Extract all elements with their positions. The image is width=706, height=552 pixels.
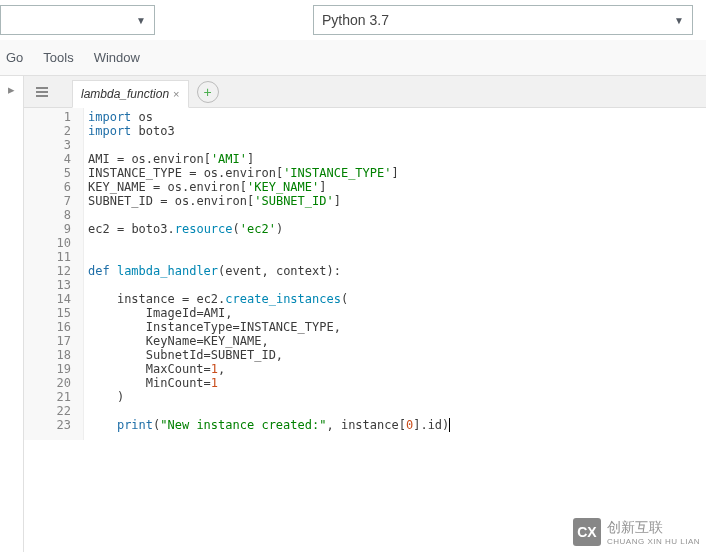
code-line: KEY_NAME = os.environ['KEY_NAME'] (88, 180, 706, 194)
code-line (88, 404, 706, 418)
line-number: 20 (24, 376, 71, 390)
code-line: ec2 = boto3.resource('ec2') (88, 222, 706, 236)
code-line: KeyName=KEY_NAME, (88, 334, 706, 348)
line-number: 1 (24, 110, 71, 124)
code-line: import boto3 (88, 124, 706, 138)
blueprint-dropdown[interactable]: ▼ (0, 5, 155, 35)
code-line: instance = ec2.create_instances( (88, 292, 706, 306)
code-content[interactable]: import osimport boto3 AMI = os.environ['… (84, 108, 706, 440)
menu-bar: Go Tools Window (0, 40, 706, 76)
menu-go[interactable]: Go (6, 50, 23, 65)
line-number: 10 (24, 236, 71, 250)
caret-down-icon: ▼ (136, 15, 146, 26)
line-number: 14 (24, 292, 71, 306)
line-number: 11 (24, 250, 71, 264)
line-number: 2 (24, 124, 71, 138)
svg-rect-0 (36, 87, 48, 89)
line-number: 7 (24, 194, 71, 208)
code-line: InstanceType=INSTANCE_TYPE, (88, 320, 706, 334)
code-line (88, 236, 706, 250)
line-number: 15 (24, 306, 71, 320)
line-number: 9 (24, 222, 71, 236)
line-number: 13 (24, 278, 71, 292)
code-line (88, 208, 706, 222)
tab-add-button[interactable]: + (197, 81, 219, 103)
tab-close-icon[interactable]: × (173, 88, 179, 100)
menu-tools[interactable]: Tools (43, 50, 73, 65)
code-line: def lambda_handler(event, context): (88, 264, 706, 278)
watermark-text: 创新互联 CHUANG XIN HU LIAN (607, 519, 700, 546)
side-panel-collapse[interactable]: ▸ (0, 76, 24, 552)
tab-lambda-function[interactable]: lambda_function × (72, 80, 189, 108)
tab-bar: lambda_function × + (24, 76, 706, 108)
code-line (88, 278, 706, 292)
line-number: 17 (24, 334, 71, 348)
code-line: INSTANCE_TYPE = os.environ['INSTANCE_TYP… (88, 166, 706, 180)
line-number: 6 (24, 180, 71, 194)
runtime-dropdown-label: Python 3.7 (322, 12, 389, 28)
tab-menu-icon[interactable] (32, 82, 52, 102)
toolbar-top: ▼ Python 3.7 ▼ (0, 0, 706, 40)
code-line: ) (88, 390, 706, 404)
code-line: AMI = os.environ['AMI'] (88, 152, 706, 166)
code-line: MaxCount=1, (88, 362, 706, 376)
line-number: 18 (24, 348, 71, 362)
code-line: MinCount=1 (88, 376, 706, 390)
line-number: 16 (24, 320, 71, 334)
caret-down-icon: ▼ (674, 15, 684, 26)
code-line: print("New instance created:", instance[… (88, 418, 706, 432)
tab-label: lambda_function (81, 87, 169, 101)
code-line (88, 138, 706, 152)
code-line: ImageId=AMI, (88, 306, 706, 320)
code-editor[interactable]: 1234567891011121314151617181920212223 im… (24, 108, 706, 440)
line-number: 22 (24, 404, 71, 418)
line-number: 5 (24, 166, 71, 180)
code-line: SUBNET_ID = os.environ['SUBNET_ID'] (88, 194, 706, 208)
line-number: 12 (24, 264, 71, 278)
line-number: 23 (24, 418, 71, 432)
menu-window[interactable]: Window (94, 50, 140, 65)
code-line (88, 250, 706, 264)
line-number: 8 (24, 208, 71, 222)
editor-main: lambda_function × + 12345678910111213141… (24, 76, 706, 552)
code-line: SubnetId=SUBNET_ID, (88, 348, 706, 362)
line-number: 3 (24, 138, 71, 152)
watermark: CX 创新互联 CHUANG XIN HU LIAN (573, 518, 700, 546)
runtime-dropdown[interactable]: Python 3.7 ▼ (313, 5, 693, 35)
watermark-logo: CX (573, 518, 601, 546)
svg-rect-1 (36, 91, 48, 93)
code-line: import os (88, 110, 706, 124)
line-number: 21 (24, 390, 71, 404)
chevron-right-icon: ▸ (8, 82, 15, 552)
line-number: 4 (24, 152, 71, 166)
plus-icon: + (203, 84, 211, 100)
line-number: 19 (24, 362, 71, 376)
svg-rect-2 (36, 95, 48, 97)
editor-area: ▸ lambda_function × + 123456789101112131… (0, 76, 706, 552)
line-number-gutter: 1234567891011121314151617181920212223 (24, 108, 84, 440)
